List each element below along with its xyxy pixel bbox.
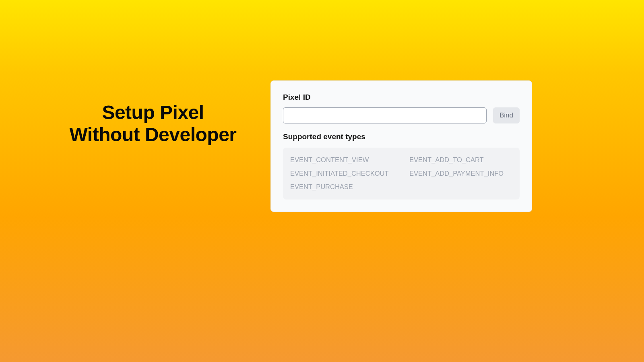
pixel-setup-card: Pixel ID Bind Supported event types EVEN…	[270, 80, 532, 212]
pixel-id-label: Pixel ID	[283, 93, 520, 102]
event-type-item: EVENT_PURCHASE	[290, 182, 393, 192]
event-type-item: EVENT_ADD_TO_CART	[409, 155, 512, 165]
event-type-item: EVENT_INITIATED_CHECKOUT	[290, 169, 393, 179]
pixel-id-input-row: Bind	[283, 107, 520, 123]
supported-events-box: EVENT_CONTENT_VIEW EVENT_ADD_TO_CART EVE…	[283, 148, 520, 200]
supported-events-label: Supported event types	[283, 132, 520, 141]
event-type-item: EVENT_CONTENT_VIEW	[290, 155, 393, 165]
bind-button[interactable]: Bind	[493, 107, 520, 123]
event-type-item: EVENT_ADD_PAYMENT_INFO	[409, 169, 512, 179]
pixel-id-input[interactable]	[283, 107, 487, 123]
page-heading: Setup Pixel Without Developer	[64, 101, 242, 146]
